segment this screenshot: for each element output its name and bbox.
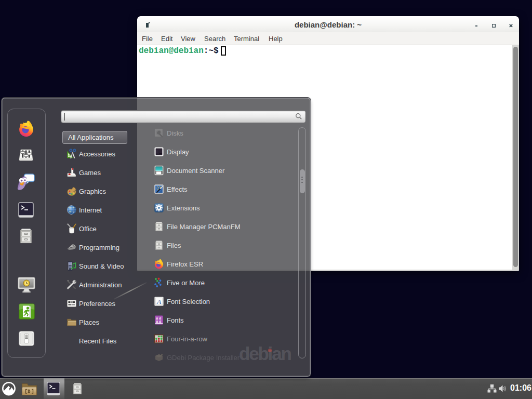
svg-text:a: a	[156, 320, 158, 324]
svg-text:a: a	[159, 320, 162, 324]
svg-text:A: A	[156, 298, 162, 305]
